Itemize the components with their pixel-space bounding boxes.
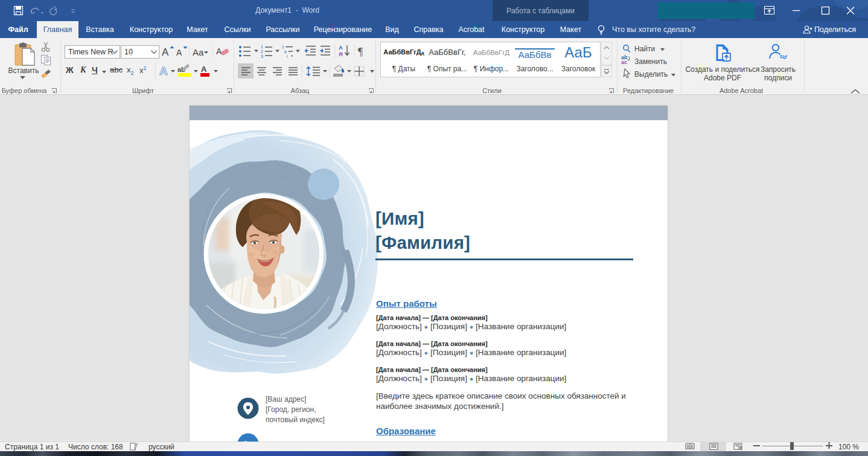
svg-text:a: a [284,50,287,54]
svg-text:A: A [159,65,168,77]
svg-text:i: i [287,54,287,59]
svg-text:1: 1 [282,45,284,49]
svg-text:¶: ¶ [358,46,363,58]
svg-text:Я: Я [339,51,343,57]
svg-text:A: A [162,47,169,58]
svg-text:3: 3 [261,54,263,59]
svg-text:А: А [339,44,343,51]
svg-text:Aa: Aa [193,47,204,57]
svg-text:1: 1 [261,45,263,49]
svg-text:ac: ac [621,59,627,65]
svg-text:A: A [216,47,222,56]
svg-text:2: 2 [261,50,263,54]
svg-text:A: A [176,48,182,57]
svg-text:A: A [201,65,207,74]
